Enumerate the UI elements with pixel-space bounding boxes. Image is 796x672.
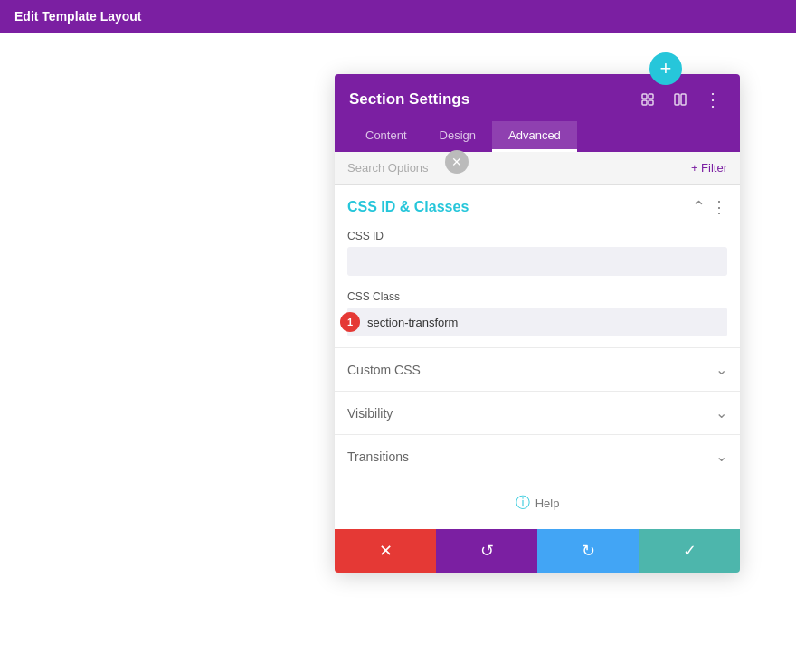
transitions-chevron-icon: ⌄ [715,448,727,465]
custom-css-chevron-icon: ⌄ [715,361,727,378]
css-id-field-group: CSS ID [335,226,740,287]
section-header-icons: ⌃ ⋮ [692,197,727,217]
cancel-button[interactable]: ✕ [335,529,436,573]
search-bar: Search Options + Filter [335,152,740,185]
svg-rect-2 [642,100,647,105]
css-class-label: CSS Class [347,290,727,303]
search-placeholder: Search Options [347,161,429,175]
cancel-icon: ✕ [379,541,393,561]
top-bar: Edit Template Layout [0,0,796,33]
visibility-section[interactable]: Visibility ⌄ [335,391,740,434]
columns-icon-button[interactable] [668,87,693,112]
visibility-label: Visibility [347,406,393,421]
css-class-input[interactable] [347,308,727,336]
css-id-classes-section-header: CSS ID & Classes ⌃ ⋮ [335,185,740,226]
panel-body: Search Options + Filter CSS ID & Classes… [335,152,740,529]
help-text[interactable]: Help [535,497,560,510]
svg-rect-3 [649,100,653,105]
css-id-classes-title: CSS ID & Classes [347,199,469,215]
css-class-field-group: CSS Class 1 [335,287,740,347]
add-button[interactable]: + [649,52,682,85]
tab-design[interactable]: Design [423,121,492,152]
filter-button[interactable]: + Filter [691,161,727,175]
undo-icon: ↺ [480,541,494,561]
section-more-icon[interactable]: ⋮ [711,197,727,217]
panel-title: Section Settings [349,90,469,109]
help-icon: ⓘ [516,494,530,513]
tab-content[interactable]: Content [349,121,423,152]
panel-tabs: Content Design Advanced [349,121,725,152]
css-class-badge: 1 [340,312,360,332]
custom-css-label: Custom CSS [347,363,421,377]
transitions-section[interactable]: Transitions ⌄ [335,434,740,478]
svg-rect-5 [681,94,686,105]
visibility-chevron-icon: ⌄ [715,404,727,421]
css-id-input[interactable] [347,247,727,276]
transitions-label: Transitions [347,450,409,464]
section-settings-panel: Section Settings ⋮ [335,74,740,573]
css-class-input-wrapper: 1 [347,308,727,336]
css-id-label: CSS ID [347,230,727,242]
top-bar-title: Edit Template Layout [14,9,142,24]
more-options-button[interactable]: ⋮ [700,87,725,112]
svg-rect-4 [675,94,679,105]
svg-rect-1 [649,94,653,99]
redo-icon: ↻ [582,541,595,561]
fullscreen-icon-button[interactable] [635,87,660,112]
panel-close-button[interactable]: ✕ [445,150,469,174]
panel-header-top: Section Settings ⋮ [349,87,725,112]
save-icon: ✓ [683,541,696,561]
save-button[interactable]: ✓ [639,529,740,573]
custom-css-section[interactable]: Custom CSS ⌄ [335,347,740,391]
undo-button[interactable]: ↺ [436,529,537,573]
help-section: ⓘ Help [335,478,740,529]
main-area: + ✕ Section Settings [0,33,796,672]
collapse-icon[interactable]: ⌃ [692,197,706,217]
svg-rect-0 [642,94,647,99]
panel-footer: ✕ ↺ ↻ ✓ [335,529,740,573]
tab-advanced[interactable]: Advanced [492,121,577,152]
panel-header-icons: ⋮ [635,87,725,112]
panel-header: Section Settings ⋮ [335,74,740,152]
redo-button[interactable]: ↻ [537,529,639,573]
